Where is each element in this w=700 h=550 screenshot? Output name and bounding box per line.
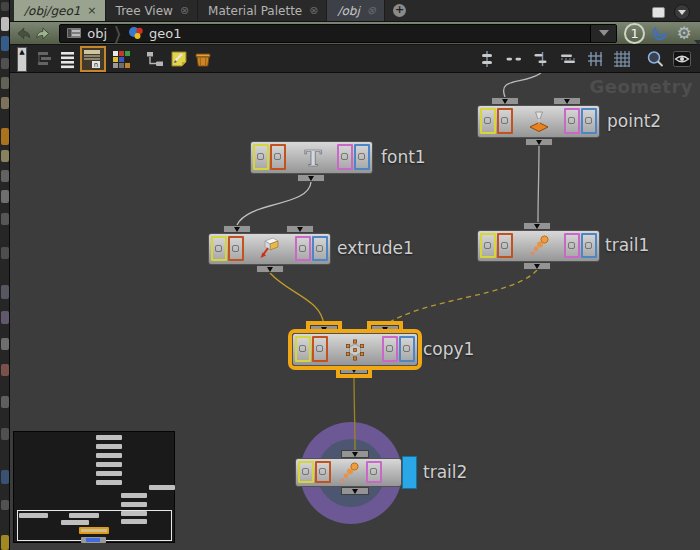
distribute-icon[interactable] [558, 49, 578, 69]
bypass-flag-trail1[interactable] [497, 233, 513, 258]
tab-close-icon[interactable]: ⊗ [309, 4, 318, 17]
snap-grid-icon[interactable] [585, 49, 605, 69]
node-font1-output-connector[interactable] [297, 174, 325, 182]
template-flag-font1[interactable] [337, 144, 353, 170]
wire-font1-to-extrude1[interactable] [237, 182, 311, 225]
connector-arrow-icon [308, 176, 314, 181]
tab-material-palette[interactable]: Material Palette ⊗ [198, 0, 327, 21]
display-flag-active-trail2[interactable] [402, 456, 417, 489]
node-copy1-output-connector[interactable] [340, 366, 368, 374]
template-flag-copy1[interactable] [382, 336, 398, 362]
node-label-trail1[interactable]: trail1 [605, 235, 649, 255]
align-vertical-icon[interactable] [477, 49, 497, 69]
settings-gear-button[interactable]: ⚙ [677, 22, 700, 44]
tab-obj[interactable]: /obj ⊗ [327, 0, 385, 21]
node-label-trail2[interactable]: trail2 [423, 462, 467, 482]
bypass-flag-extrude1[interactable] [228, 236, 244, 261]
node-copy1-input-connector[interactable] [310, 325, 338, 333]
bypass-flag-trail2[interactable] [315, 461, 331, 483]
hook-flag-point2[interactable] [480, 108, 496, 134]
tab-obj-geo1[interactable]: /obj/geo1 × [14, 0, 106, 21]
visibility-icon[interactable] [672, 49, 692, 69]
hook-flag-font1[interactable] [253, 144, 269, 170]
network-path-field[interactable]: obj ❭ geo1 [59, 24, 617, 43]
node-extrude1-input-connector[interactable] [286, 225, 314, 233]
hierarchy-list-icon[interactable] [34, 49, 54, 69]
path-segment-obj[interactable]: obj [87, 26, 107, 41]
spacing-icon[interactable] [504, 49, 524, 69]
flag-glyph [319, 468, 326, 475]
forward-arrow-button[interactable] [36, 27, 52, 40]
palette-icon[interactable] [111, 49, 131, 69]
wire-point2-to-trail1[interactable] [538, 146, 539, 222]
wire-trail1-to-copy1[interactable] [385, 270, 537, 325]
hook-flag-trail1[interactable] [480, 233, 496, 258]
wire-offscreen-to-point2[interactable] [504, 73, 541, 97]
node-label-extrude1[interactable]: extrude1 [337, 238, 414, 258]
hook-flag-trail2[interactable] [298, 461, 314, 483]
wire-extrude1-to-copy1[interactable] [270, 273, 324, 325]
node-trail1-input-connector[interactable] [523, 222, 551, 230]
template-flag-trail1[interactable] [564, 233, 580, 258]
dependency-links-icon[interactable] [145, 49, 165, 69]
gallery-icon[interactable] [193, 49, 213, 69]
network-display-options-icon[interactable]: n [80, 46, 106, 72]
bypass-flag-font1[interactable] [270, 144, 286, 170]
template-flag-point2[interactable] [564, 108, 580, 134]
flag-glyph [302, 468, 309, 475]
node-trail1-output-connector[interactable] [523, 262, 551, 270]
clipped-tool-icon [1, 500, 9, 510]
list-view-icon[interactable] [58, 49, 78, 69]
hook-flag-copy1[interactable] [295, 336, 311, 362]
bypass-flag-copy1[interactable] [312, 336, 328, 362]
network-canvas[interactable]: Geometry Tfont1point2extrude1trail1copy1… [10, 73, 700, 550]
display-flag-point2[interactable] [581, 108, 597, 134]
connector-arrow-icon [382, 327, 388, 332]
bypass-flag-point2[interactable] [497, 108, 513, 134]
path-dropdown-button[interactable] [590, 25, 616, 42]
node-label-point2[interactable]: point2 [607, 111, 661, 131]
grid-icon[interactable] [612, 49, 632, 69]
flag-glyph [274, 153, 281, 160]
flag-glyph [299, 345, 306, 352]
flag-glyph [299, 245, 306, 252]
node-label-copy1[interactable]: copy1 [423, 339, 474, 359]
tab-tree-view[interactable]: Tree View ⊗ [106, 0, 199, 21]
node-label-font1[interactable]: font1 [381, 147, 426, 167]
notes-icon[interactable] [169, 49, 189, 69]
node-extrude1-output-connector[interactable] [256, 265, 284, 273]
node-trail2-output-connector[interactable] [341, 487, 369, 495]
link-number-badge[interactable]: 1 [624, 23, 645, 44]
display-flag-copy1[interactable] [399, 336, 415, 362]
wire-copy1-to-trail2[interactable] [354, 374, 355, 450]
node-point2-input-connector[interactable] [553, 97, 581, 105]
template-flag-extrude1[interactable] [295, 236, 311, 261]
node-copy1-input-connector[interactable] [371, 325, 399, 333]
scroll-up-button[interactable]: ▲ [17, 47, 27, 72]
hook-flag-extrude1[interactable] [211, 236, 227, 261]
pane-maximize-button[interactable] [652, 7, 665, 18]
tab-close-icon[interactable]: × [87, 4, 96, 17]
add-tab-button[interactable]: + [393, 4, 406, 17]
pane-menu-button[interactable] [674, 4, 690, 20]
trail-icon [526, 233, 552, 259]
align-horizontal-icon[interactable] [531, 49, 551, 69]
path-segment-geo1[interactable]: geo1 [149, 26, 181, 41]
node-trail2-input-connector[interactable] [341, 450, 369, 458]
follow-link-icon[interactable] [651, 24, 669, 42]
clipped-tool-icon [1, 77, 9, 89]
zoom-icon[interactable] [645, 49, 665, 69]
display-flag-extrude1[interactable] [312, 236, 328, 261]
flag-glyph [568, 117, 575, 124]
template-flag-trail2[interactable] [366, 461, 382, 483]
back-arrow-button[interactable] [15, 27, 31, 40]
tab-close-icon[interactable]: ⊗ [180, 4, 189, 17]
display-flag-font1[interactable] [354, 144, 370, 170]
node-point2-output-connector[interactable] [525, 138, 553, 146]
flag-glyph [358, 153, 365, 160]
tab-close-icon[interactable]: ⊗ [367, 4, 376, 17]
node-extrude1-input-connector[interactable] [223, 225, 251, 233]
node-point2-input-connector[interactable] [491, 97, 519, 105]
chevron-down-icon [678, 10, 686, 15]
display-flag-trail1[interactable] [581, 233, 597, 258]
